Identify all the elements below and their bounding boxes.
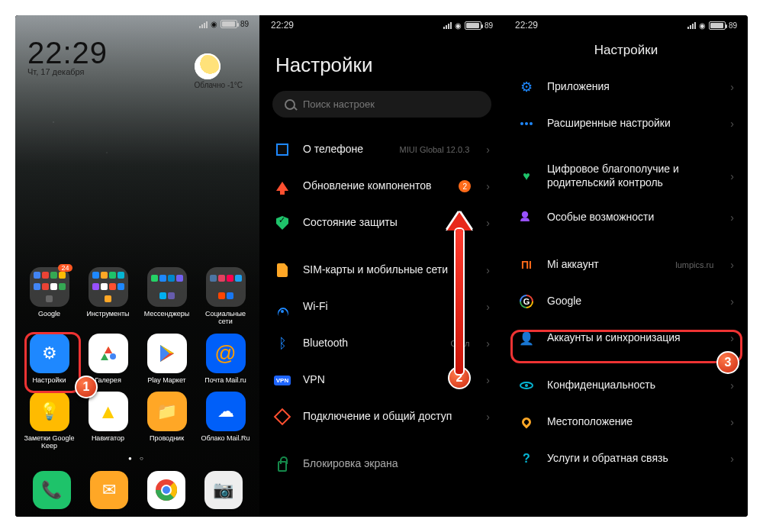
app-cloud-mailru[interactable]: ☁ Облако Mail.Ru bbox=[198, 392, 253, 450]
chrome-icon bbox=[155, 479, 178, 501]
dock-phone[interactable]: 📞 bbox=[33, 471, 71, 509]
chevron-right-icon: › bbox=[730, 211, 734, 224]
message-icon: ✉ bbox=[102, 480, 116, 500]
battery-icon bbox=[465, 21, 481, 30]
camera-icon: 📷 bbox=[213, 480, 233, 500]
folder-tools[interactable]: Инструменты bbox=[81, 267, 136, 326]
cloud-icon: ☁ bbox=[217, 401, 234, 421]
row-bluetooth[interactable]: ᛒ Bluetooth Откл › bbox=[260, 325, 504, 362]
marker-1: 1 bbox=[75, 376, 98, 398]
app-mailru[interactable]: @ Почта Mail.ru bbox=[198, 334, 253, 384]
phone-settings-top: 22:29 ◉ 89 Настройки Поиск настроек О те… bbox=[259, 15, 504, 517]
row-wifi[interactable]: Wi-Fi › bbox=[260, 289, 504, 325]
app-keep[interactable]: 💡 Заметки Google Keep bbox=[22, 392, 77, 450]
weather-widget[interactable]: Облачно -1°C bbox=[195, 53, 243, 89]
battery-pct: 89 bbox=[485, 21, 493, 30]
row-privacy[interactable]: Конфиденциальность › bbox=[504, 367, 748, 404]
settings-list: О телефоне MIUI Global 12.0.3 › Обновлен… bbox=[260, 131, 504, 490]
row-lockscreen[interactable]: Блокировка экрана bbox=[260, 446, 504, 482]
row-wellbeing[interactable]: ♥ Цифровое благополучие и родительский к… bbox=[504, 153, 748, 199]
status-bar: ◉ 89 bbox=[15, 15, 259, 30]
row-about-phone[interactable]: О телефоне MIUI Global 12.0.3 › bbox=[260, 131, 504, 168]
dock: 📞 ✉ 📷 bbox=[15, 471, 259, 509]
row-security-status[interactable]: Состояние защиты › bbox=[260, 205, 504, 241]
chevron-right-icon: › bbox=[730, 81, 734, 93]
chevron-right-icon: › bbox=[730, 332, 734, 344]
wifi-status-icon: ◉ bbox=[699, 21, 706, 30]
wifi-status-icon: ◉ bbox=[455, 21, 462, 30]
nav-icon: ▲ bbox=[98, 400, 118, 424]
row-apps[interactable]: ⚙ Приложения › bbox=[504, 69, 748, 105]
chevron-right-icon: › bbox=[486, 301, 490, 313]
gallery-icon bbox=[98, 343, 118, 363]
status-time: 22:29 bbox=[515, 20, 538, 31]
app-files[interactable]: 📁 Проводник bbox=[140, 392, 195, 450]
row-mi-account[interactable]: ΠΙ Mi аккаунт lumpics.ru › bbox=[504, 247, 748, 283]
chevron-right-icon: › bbox=[730, 453, 734, 465]
row-accounts[interactable]: 👤 Аккаунты и синхронизация › bbox=[504, 320, 748, 356]
row-feedback[interactable]: ? Услуги и обратная связь › bbox=[504, 440, 748, 477]
signal-icon bbox=[199, 21, 208, 28]
heart-icon: ♥ bbox=[523, 169, 530, 183]
accessibility-icon bbox=[522, 211, 528, 218]
chevron-right-icon: › bbox=[486, 337, 490, 350]
chevron-right-icon: › bbox=[730, 379, 734, 392]
page-title: Настройки bbox=[504, 32, 748, 69]
row-sim[interactable]: SIM-карты и мобильные сети › bbox=[260, 252, 504, 289]
update-icon bbox=[276, 182, 288, 191]
battery-icon bbox=[221, 20, 237, 28]
gear-icon: ⚙ bbox=[42, 343, 57, 363]
dock-messages[interactable]: ✉ bbox=[90, 471, 128, 509]
sim-icon bbox=[277, 263, 288, 277]
dock-chrome[interactable] bbox=[147, 471, 185, 509]
search-icon bbox=[285, 99, 295, 110]
folder-google[interactable]: 24 Google bbox=[22, 267, 77, 326]
lock-icon bbox=[278, 461, 287, 472]
row-updates[interactable]: Обновление компонентов 2 › bbox=[260, 168, 504, 205]
signal-icon bbox=[687, 21, 696, 29]
battery-icon bbox=[709, 21, 726, 30]
signal-icon bbox=[443, 21, 452, 29]
chevron-right-icon: › bbox=[730, 170, 734, 182]
bluetooth-icon: ᛒ bbox=[278, 336, 287, 352]
chevron-right-icon: › bbox=[486, 264, 490, 276]
home-app-grid: 24 Google Инструменты bbox=[15, 267, 259, 450]
help-icon: ? bbox=[523, 452, 530, 466]
app-navigator[interactable]: ▲ Навигатор bbox=[81, 392, 136, 450]
row-tethering[interactable]: Подключение и общий доступ › bbox=[260, 398, 504, 435]
status-bar: 22:29 ◉ 89 bbox=[260, 15, 504, 32]
gear-icon: ⚙ bbox=[520, 79, 533, 95]
battery-pct: 89 bbox=[729, 21, 737, 30]
wifi-icon bbox=[275, 301, 289, 312]
vpn-icon: VPN bbox=[274, 376, 291, 385]
mi-icon: ΠΙ bbox=[521, 259, 532, 271]
row-google[interactable]: Google › bbox=[504, 283, 748, 320]
marker-3: 3 bbox=[716, 351, 739, 374]
google-icon bbox=[520, 295, 533, 308]
row-location[interactable]: Местоположение › bbox=[504, 404, 748, 440]
shield-icon bbox=[276, 216, 288, 230]
phone-icon bbox=[276, 143, 288, 156]
status-time: 22:29 bbox=[271, 20, 294, 31]
chevron-right-icon: › bbox=[486, 374, 490, 386]
mail-icon: @ bbox=[214, 341, 236, 366]
pin-icon bbox=[520, 416, 533, 429]
search-input[interactable]: Поиск настроек bbox=[272, 91, 491, 118]
chevron-right-icon: › bbox=[486, 180, 490, 192]
weather-icon bbox=[195, 53, 221, 79]
chevron-right-icon: › bbox=[730, 295, 734, 308]
phone-home-screen: ◉ 89 22:29 Чт, 17 декабря Облачно -1°C 2… bbox=[15, 15, 259, 517]
weather-text: Облачно -1°C bbox=[195, 81, 243, 89]
app-play-store[interactable]: Play Маркет bbox=[140, 334, 195, 384]
row-accessibility[interactable]: Особые возможности › bbox=[504, 199, 748, 236]
app-settings[interactable]: ⚙ Настройки bbox=[22, 334, 77, 384]
folder-messengers[interactable]: Мессенджеры bbox=[140, 267, 195, 326]
search-placeholder: Поиск настроек bbox=[303, 98, 375, 110]
chevron-right-icon: › bbox=[730, 118, 734, 130]
folder-social[interactable]: Социальные сети bbox=[198, 267, 253, 326]
wifi-status-icon: ◉ bbox=[211, 20, 217, 28]
eye-icon bbox=[520, 382, 533, 389]
phone-icon: 📞 bbox=[41, 480, 62, 500]
row-advanced[interactable]: Расширенные настройки › bbox=[504, 105, 748, 142]
dock-camera[interactable]: 📷 bbox=[204, 471, 243, 509]
